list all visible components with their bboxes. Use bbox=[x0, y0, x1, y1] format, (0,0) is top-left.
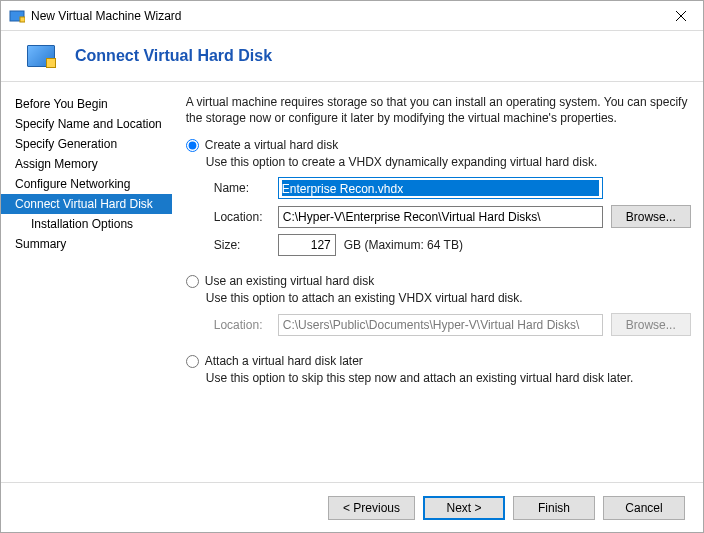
wizard-header: Connect Virtual Hard Disk bbox=[1, 31, 703, 82]
size-label: Size: bbox=[214, 238, 270, 252]
existing-location-label: Location: bbox=[214, 318, 270, 332]
step-specify-name[interactable]: Specify Name and Location bbox=[1, 114, 172, 134]
step-summary[interactable]: Summary bbox=[1, 234, 172, 254]
existing-form: Location: Browse... bbox=[214, 313, 691, 336]
vm-icon bbox=[27, 45, 55, 67]
radio-later-label: Attach a virtual hard disk later bbox=[205, 354, 363, 368]
create-form: Name: Enterprise Recon.vhdx Location: Br… bbox=[214, 177, 691, 256]
location-label: Location: bbox=[214, 210, 270, 224]
option-existing-desc: Use this option to attach an existing VH… bbox=[206, 291, 691, 305]
previous-button[interactable]: < Previous bbox=[328, 496, 415, 520]
finish-button[interactable]: Finish bbox=[513, 496, 595, 520]
radio-later[interactable] bbox=[186, 355, 199, 368]
wizard-footer: < Previous Next > Finish Cancel bbox=[1, 482, 703, 532]
radio-existing[interactable] bbox=[186, 275, 199, 288]
location-input[interactable] bbox=[278, 206, 603, 228]
close-button[interactable] bbox=[658, 1, 703, 30]
name-input-value: Enterprise Recon.vhdx bbox=[282, 180, 599, 196]
titlebar: New Virtual Machine Wizard bbox=[1, 1, 703, 31]
existing-location-input bbox=[278, 314, 603, 336]
page-title: Connect Virtual Hard Disk bbox=[75, 47, 272, 65]
option-later: Attach a virtual hard disk later Use thi… bbox=[186, 354, 691, 385]
svg-rect-1 bbox=[20, 17, 25, 22]
step-specify-generation[interactable]: Specify Generation bbox=[1, 134, 172, 154]
close-icon bbox=[676, 11, 686, 21]
next-button[interactable]: Next > bbox=[423, 496, 505, 520]
radio-create[interactable] bbox=[186, 139, 199, 152]
app-icon bbox=[9, 8, 25, 24]
step-before-you-begin[interactable]: Before You Begin bbox=[1, 94, 172, 114]
window-title: New Virtual Machine Wizard bbox=[31, 9, 182, 23]
step-assign-memory[interactable]: Assign Memory bbox=[1, 154, 172, 174]
name-input[interactable]: Enterprise Recon.vhdx bbox=[278, 177, 603, 199]
browse-button[interactable]: Browse... bbox=[611, 205, 691, 228]
step-connect-vhd[interactable]: Connect Virtual Hard Disk bbox=[1, 194, 172, 214]
option-later-desc: Use this option to skip this step now an… bbox=[206, 371, 691, 385]
size-input[interactable] bbox=[278, 234, 336, 256]
steps-sidebar: Before You Begin Specify Name and Locati… bbox=[1, 82, 172, 482]
option-existing: Use an existing virtual hard disk Use th… bbox=[186, 274, 691, 336]
radio-existing-label: Use an existing virtual hard disk bbox=[205, 274, 374, 288]
wizard-window: New Virtual Machine Wizard Connect Virtu… bbox=[0, 0, 704, 533]
existing-browse-button: Browse... bbox=[611, 313, 691, 336]
content-panel: A virtual machine requires storage so th… bbox=[172, 82, 703, 482]
name-label: Name: bbox=[214, 181, 270, 195]
step-configure-networking[interactable]: Configure Networking bbox=[1, 174, 172, 194]
size-suffix: GB (Maximum: 64 TB) bbox=[344, 238, 463, 252]
wizard-body: Before You Begin Specify Name and Locati… bbox=[1, 82, 703, 482]
radio-create-label: Create a virtual hard disk bbox=[205, 138, 338, 152]
intro-text: A virtual machine requires storage so th… bbox=[186, 94, 691, 126]
cancel-button[interactable]: Cancel bbox=[603, 496, 685, 520]
option-create-desc: Use this option to create a VHDX dynamic… bbox=[206, 155, 691, 169]
option-create: Create a virtual hard disk Use this opti… bbox=[186, 138, 691, 256]
step-installation-options[interactable]: Installation Options bbox=[1, 214, 172, 234]
